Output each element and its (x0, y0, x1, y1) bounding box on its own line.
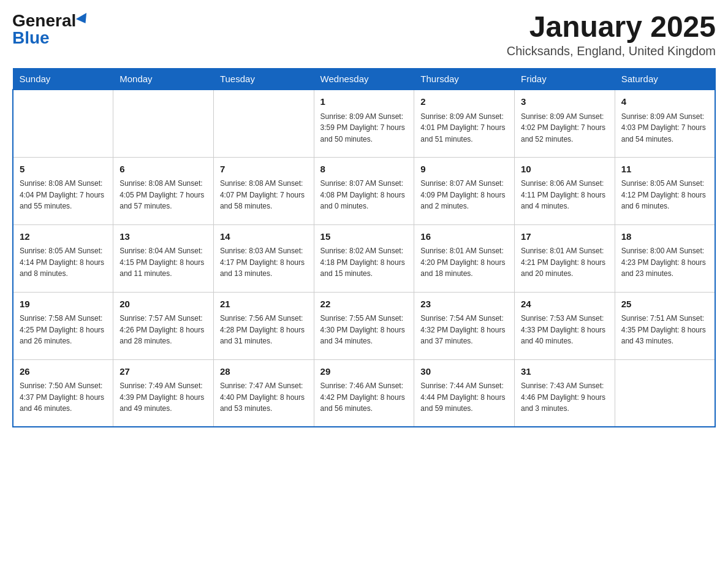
month-title: January 2025 (507, 12, 716, 42)
day-info: Sunrise: 7:55 AM Sunset: 4:30 PM Dayligh… (320, 313, 408, 347)
calendar-table: SundayMondayTuesdayWednesdayThursdayFrid… (12, 68, 716, 427)
calendar-cell: 26Sunrise: 7:50 AM Sunset: 4:37 PM Dayli… (13, 359, 113, 427)
logo-triangle-icon (76, 13, 91, 26)
calendar-header: SundayMondayTuesdayWednesdayThursdayFrid… (13, 69, 715, 90)
title-section: January 2025 Chicksands, England, United… (507, 12, 716, 58)
calendar-cell: 5Sunrise: 8:08 AM Sunset: 4:04 PM Daylig… (13, 157, 113, 224)
day-number: 22 (320, 297, 408, 312)
day-number: 4 (621, 95, 708, 109)
day-info: Sunrise: 7:57 AM Sunset: 4:26 PM Dayligh… (119, 313, 207, 347)
day-number: 17 (521, 230, 609, 244)
day-info: Sunrise: 8:04 AM Sunset: 4:15 PM Dayligh… (119, 245, 207, 280)
calendar-cell: 23Sunrise: 7:54 AM Sunset: 4:32 PM Dayli… (414, 292, 515, 359)
calendar-cell: 27Sunrise: 7:49 AM Sunset: 4:39 PM Dayli… (113, 359, 214, 427)
calendar-cell: 10Sunrise: 8:06 AM Sunset: 4:11 PM Dayli… (515, 157, 615, 224)
day-info: Sunrise: 7:54 AM Sunset: 4:32 PM Dayligh… (420, 313, 508, 347)
day-number: 28 (220, 365, 308, 379)
header-day-wednesday: Wednesday (314, 69, 414, 90)
calendar-cell: 15Sunrise: 8:02 AM Sunset: 4:18 PM Dayli… (314, 224, 414, 292)
calendar-cell: 2Sunrise: 8:09 AM Sunset: 4:01 PM Daylig… (414, 90, 515, 157)
location-text: Chicksands, England, United Kingdom (507, 44, 716, 58)
calendar-cell: 22Sunrise: 7:55 AM Sunset: 4:30 PM Dayli… (314, 292, 414, 359)
calendar-cell: 1Sunrise: 8:09 AM Sunset: 3:59 PM Daylig… (314, 90, 414, 157)
day-info: Sunrise: 8:08 AM Sunset: 4:04 PM Dayligh… (20, 178, 107, 212)
day-number: 31 (521, 365, 609, 379)
day-info: Sunrise: 8:01 AM Sunset: 4:21 PM Dayligh… (521, 245, 609, 280)
header-day-tuesday: Tuesday (213, 69, 314, 90)
day-number: 23 (420, 297, 508, 312)
day-number: 30 (420, 365, 508, 379)
day-number: 19 (20, 297, 107, 312)
header-day-monday: Monday (113, 69, 214, 90)
day-number: 13 (119, 230, 207, 244)
day-info: Sunrise: 8:00 AM Sunset: 4:23 PM Dayligh… (621, 245, 708, 280)
week-row-3: 12Sunrise: 8:05 AM Sunset: 4:14 PM Dayli… (13, 224, 715, 292)
day-info: Sunrise: 8:06 AM Sunset: 4:11 PM Dayligh… (521, 178, 609, 212)
calendar-cell: 14Sunrise: 8:03 AM Sunset: 4:17 PM Dayli… (213, 224, 314, 292)
calendar-cell: 17Sunrise: 8:01 AM Sunset: 4:21 PM Dayli… (515, 224, 615, 292)
day-info: Sunrise: 8:03 AM Sunset: 4:17 PM Dayligh… (220, 245, 308, 280)
week-row-2: 5Sunrise: 8:08 AM Sunset: 4:04 PM Daylig… (13, 157, 715, 224)
day-info: Sunrise: 7:43 AM Sunset: 4:46 PM Dayligh… (521, 380, 609, 415)
logo-general-text: General (12, 12, 76, 29)
day-number: 25 (621, 297, 708, 312)
calendar-cell: 12Sunrise: 8:05 AM Sunset: 4:14 PM Dayli… (13, 224, 113, 292)
calendar-cell: 20Sunrise: 7:57 AM Sunset: 4:26 PM Dayli… (113, 292, 214, 359)
calendar-cell: 21Sunrise: 7:56 AM Sunset: 4:28 PM Dayli… (213, 292, 314, 359)
day-info: Sunrise: 7:50 AM Sunset: 4:37 PM Dayligh… (20, 380, 107, 415)
calendar-cell: 4Sunrise: 8:09 AM Sunset: 4:03 PM Daylig… (615, 90, 715, 157)
calendar-cell: 19Sunrise: 7:58 AM Sunset: 4:25 PM Dayli… (13, 292, 113, 359)
logo: General Blue (12, 12, 89, 47)
calendar-cell (13, 90, 113, 157)
logo-blue-text: Blue (12, 29, 50, 47)
calendar-cell: 9Sunrise: 8:07 AM Sunset: 4:09 PM Daylig… (414, 157, 515, 224)
calendar-cell: 7Sunrise: 8:08 AM Sunset: 4:07 PM Daylig… (213, 157, 314, 224)
week-row-5: 26Sunrise: 7:50 AM Sunset: 4:37 PM Dayli… (13, 359, 715, 427)
calendar-cell: 8Sunrise: 8:07 AM Sunset: 4:08 PM Daylig… (314, 157, 414, 224)
day-info: Sunrise: 8:08 AM Sunset: 4:07 PM Dayligh… (220, 178, 308, 212)
day-info: Sunrise: 7:53 AM Sunset: 4:33 PM Dayligh… (521, 313, 609, 347)
day-info: Sunrise: 8:09 AM Sunset: 4:02 PM Dayligh… (521, 111, 609, 145)
calendar-cell (615, 359, 715, 427)
day-info: Sunrise: 7:49 AM Sunset: 4:39 PM Dayligh… (119, 380, 207, 415)
day-number: 12 (20, 230, 107, 244)
day-number: 6 (119, 163, 207, 177)
calendar-cell: 25Sunrise: 7:51 AM Sunset: 4:35 PM Dayli… (615, 292, 715, 359)
calendar-cell (113, 90, 214, 157)
day-info: Sunrise: 8:09 AM Sunset: 4:03 PM Dayligh… (621, 111, 708, 145)
week-row-4: 19Sunrise: 7:58 AM Sunset: 4:25 PM Dayli… (13, 292, 715, 359)
day-info: Sunrise: 8:05 AM Sunset: 4:14 PM Dayligh… (20, 245, 107, 280)
calendar-cell: 13Sunrise: 8:04 AM Sunset: 4:15 PM Dayli… (113, 224, 214, 292)
calendar-cell: 3Sunrise: 8:09 AM Sunset: 4:02 PM Daylig… (515, 90, 615, 157)
day-number: 20 (119, 297, 207, 312)
day-number: 7 (220, 163, 308, 177)
day-number: 2 (420, 95, 508, 109)
calendar-cell: 11Sunrise: 8:05 AM Sunset: 4:12 PM Dayli… (615, 157, 715, 224)
header-day-sunday: Sunday (13, 69, 113, 90)
day-info: Sunrise: 8:02 AM Sunset: 4:18 PM Dayligh… (320, 245, 408, 280)
day-info: Sunrise: 7:44 AM Sunset: 4:44 PM Dayligh… (420, 380, 508, 415)
day-info: Sunrise: 8:07 AM Sunset: 4:08 PM Dayligh… (320, 178, 408, 212)
header-day-saturday: Saturday (615, 69, 715, 90)
day-info: Sunrise: 7:56 AM Sunset: 4:28 PM Dayligh… (220, 313, 308, 347)
day-number: 11 (621, 163, 708, 177)
calendar-cell: 30Sunrise: 7:44 AM Sunset: 4:44 PM Dayli… (414, 359, 515, 427)
day-number: 1 (320, 95, 408, 109)
day-number: 14 (220, 230, 308, 244)
day-number: 3 (521, 95, 609, 109)
day-info: Sunrise: 7:46 AM Sunset: 4:42 PM Dayligh… (320, 380, 408, 415)
day-info: Sunrise: 8:07 AM Sunset: 4:09 PM Dayligh… (420, 178, 508, 212)
calendar-cell: 31Sunrise: 7:43 AM Sunset: 4:46 PM Dayli… (515, 359, 615, 427)
day-number: 8 (320, 163, 408, 177)
day-number: 15 (320, 230, 408, 244)
day-number: 10 (521, 163, 609, 177)
day-number: 5 (20, 163, 107, 177)
header-day-thursday: Thursday (414, 69, 515, 90)
page-header: General Blue January 2025 Chicksands, En… (12, 12, 716, 58)
day-number: 16 (420, 230, 508, 244)
calendar-cell: 29Sunrise: 7:46 AM Sunset: 4:42 PM Dayli… (314, 359, 414, 427)
day-info: Sunrise: 8:08 AM Sunset: 4:05 PM Dayligh… (119, 178, 207, 212)
calendar-cell: 24Sunrise: 7:53 AM Sunset: 4:33 PM Dayli… (515, 292, 615, 359)
day-info: Sunrise: 7:47 AM Sunset: 4:40 PM Dayligh… (220, 380, 308, 415)
day-number: 24 (521, 297, 609, 312)
